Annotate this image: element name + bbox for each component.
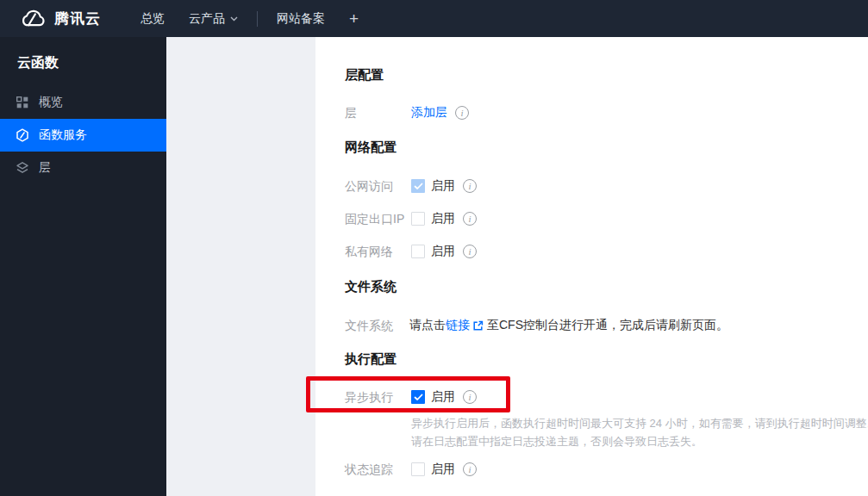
sidebar-item-layers[interactable]: 层 [0, 152, 166, 184]
status-trace-label: 状态追踪 [345, 462, 393, 478]
private-network-checkbox[interactable] [411, 245, 425, 258]
async-execution-label: 异步执行 [345, 390, 393, 406]
secondary-panel [166, 37, 315, 496]
nav-item-cloud-products[interactable]: 云产品 [177, 0, 250, 37]
nav-item-overview[interactable]: 总览 [128, 0, 177, 37]
sidebar-title: 云函数 [0, 37, 166, 75]
async-note-line-1: 异步执行启用后，函数执行超时时间最大可支持 24 小时，如有需要，请到执行超时时… [411, 416, 868, 431]
status-trace-row: 状态追踪 启用 i [345, 462, 859, 479]
section-title-layer-config: 层配置 [345, 67, 384, 84]
nav-products-label: 云产品 [189, 11, 225, 27]
info-icon[interactable]: i [463, 390, 477, 404]
fixed-egress-ip-checkbox[interactable] [411, 212, 425, 226]
sidebar-item-overview[interactable]: 概览 [0, 86, 166, 119]
public-access-row: 公网访问 启用 i [345, 178, 859, 195]
info-icon[interactable]: i [463, 245, 477, 258]
status-trace-checkbox[interactable] [411, 462, 425, 476]
async-execution-checkbox[interactable] [411, 390, 425, 404]
plus-icon: + [349, 9, 359, 28]
function-config-content: 层配置 层 添加层 i 网络配置 公网访问 启用 i 固定出口IP 启用 i 私… [315, 37, 868, 496]
enable-label[interactable]: 启用 [431, 462, 455, 477]
nav-icp-label: 网站备案 [277, 11, 325, 27]
layer-row-label: 层 [345, 106, 357, 121]
info-icon[interactable]: i [463, 462, 477, 476]
enable-label[interactable]: 启用 [431, 178, 455, 194]
private-network-row: 私有网络 启用 i [345, 244, 859, 261]
fixed-egress-ip-row: 固定出口IP 启用 i [345, 211, 859, 228]
section-title-filesystem: 文件系统 [345, 279, 397, 295]
fixed-egress-ip-label: 固定出口IP [345, 212, 404, 227]
private-network-label: 私有网络 [345, 245, 393, 260]
logo-text: 腾讯云 [54, 9, 101, 28]
layer-row: 层 添加层 i [345, 105, 859, 122]
filesystem-text-after: 至CFS控制台进行开通，完成后请刷新页面。 [487, 318, 728, 333]
add-layer-link[interactable]: 添加层 [411, 105, 447, 121]
public-access-label: 公网访问 [345, 179, 393, 195]
filesystem-row: 文件系统 请点击链接 至CFS控制台进行开通，完成后请刷新页面。 [345, 318, 859, 335]
grid-icon [16, 96, 29, 109]
enable-label[interactable]: 启用 [431, 389, 455, 405]
nav-add-tab-button[interactable]: + [337, 0, 371, 37]
chevron-down-icon [230, 16, 238, 22]
info-icon[interactable]: i [463, 212, 477, 226]
external-link-icon[interactable] [472, 320, 484, 332]
async-execution-row: 异步执行 启用 i [345, 389, 859, 406]
sidebar: 云函数 概览 函数服务 [0, 37, 166, 496]
info-icon[interactable]: i [463, 179, 477, 193]
nav-overview-label: 总览 [141, 11, 165, 27]
topbar: 腾讯云 总览 云产品 网站备案 + [0, 0, 868, 37]
filesystem-row-label: 文件系统 [345, 319, 393, 334]
sidebar-menu: 概览 函数服务 层 [0, 86, 166, 184]
cfs-console-link[interactable]: 链接 [446, 318, 470, 333]
top-nav: 总览 云产品 网站备案 + [128, 0, 371, 37]
sidebar-item-label: 函数服务 [39, 127, 87, 143]
section-title-network-config: 网络配置 [345, 140, 397, 156]
tencent-cloud-logo[interactable]: 腾讯云 [17, 8, 101, 30]
enable-label[interactable]: 启用 [431, 244, 455, 259]
nav-divider [257, 11, 258, 27]
sidebar-item-function-service[interactable]: 函数服务 [0, 119, 166, 152]
filesystem-text-before: 请点击 [409, 318, 446, 333]
cloud-logo-icon [17, 8, 47, 30]
sidebar-item-label: 层 [39, 160, 51, 176]
public-access-checkbox[interactable] [411, 179, 425, 193]
sidebar-item-label: 概览 [39, 95, 63, 110]
async-note-line-2: 请在日志配置中指定日志投递主题，否则会导致日志丢失。 [411, 434, 703, 450]
info-icon[interactable]: i [455, 106, 469, 120]
function-service-icon [16, 128, 29, 142]
section-title-execution-config: 执行配置 [345, 351, 397, 368]
layers-icon [16, 161, 29, 175]
nav-item-icp-filing[interactable]: 网站备案 [265, 0, 337, 37]
enable-label[interactable]: 启用 [431, 211, 455, 226]
